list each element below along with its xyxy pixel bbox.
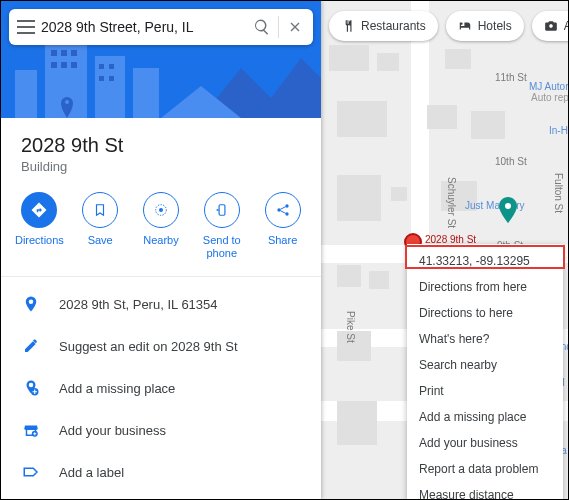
store-icon [21,420,41,440]
search-input[interactable] [41,19,246,35]
directions-icon [21,192,57,228]
svg-rect-9 [51,50,57,56]
place-title: 2028 9th St [21,134,301,157]
street-11th: 11th St [495,72,527,83]
svg-point-27 [285,212,288,215]
svg-rect-14 [71,62,77,68]
nearby-icon [143,192,179,228]
svg-rect-18 [109,76,114,81]
fork-knife-icon [341,19,355,33]
bookmark-icon [82,192,118,228]
svg-rect-17 [99,76,104,81]
ctx-measure[interactable]: Measure distance [407,482,563,500]
place-subtitle: Building [21,159,301,174]
context-menu: 41.33213, -89.13295 Directions from here… [407,244,563,500]
poi-inh[interactable]: In-H [549,125,568,136]
ctx-whats-here[interactable]: What's here? [407,326,563,352]
chip-attractions[interactable]: Attractions [532,11,569,41]
ctx-directions-to[interactable]: Directions to here [407,300,563,326]
chip-restaurants[interactable]: Restaurants [329,11,438,41]
label-icon [21,462,41,482]
svg-rect-5 [15,70,37,118]
detail-suggest-edit[interactable]: Suggest an edit on 2028 9th St [1,325,321,367]
svg-rect-13 [61,62,67,68]
svg-point-26 [285,204,288,207]
nearby-button[interactable]: Nearby [133,192,189,260]
street-schuyler: Schuyler St [446,177,457,228]
detail-add-label[interactable]: Add a label [1,451,321,493]
svg-rect-24 [219,204,225,215]
ctx-directions-from[interactable]: Directions from here [407,274,563,300]
svg-point-25 [277,208,280,211]
search-icon[interactable] [252,17,272,37]
svg-point-22 [159,208,163,212]
ctx-add-business[interactable]: Add your business [407,430,563,456]
ctx-coordinates[interactable]: 41.33213, -89.13295 [407,248,563,274]
share-button[interactable]: Share [255,192,311,260]
bed-icon [458,19,472,33]
svg-rect-16 [109,64,114,69]
svg-rect-4 [133,68,159,118]
save-button[interactable]: Save [72,192,128,260]
search-bar [9,9,313,45]
svg-rect-12 [51,62,57,68]
detail-add-business[interactable]: Add your business [1,409,321,451]
pencil-icon [21,336,41,356]
pin-icon [21,294,41,314]
send-to-phone-button[interactable]: Send to phone [194,192,250,260]
ctx-add-missing[interactable]: Add a missing place [407,404,563,430]
ctx-report[interactable]: Report a data problem [407,456,563,482]
street-pike: Pike St [345,311,356,343]
detail-address[interactable]: 2028 9th St, Peru, IL 61354 [1,283,321,325]
svg-rect-11 [71,50,77,56]
share-icon [265,192,301,228]
close-icon[interactable] [285,17,305,37]
side-panel: 2028 9th St Building Directions Save Nea… [1,1,321,499]
pin-plus-icon [21,378,41,398]
svg-rect-15 [99,64,104,69]
menu-button[interactable] [17,20,35,34]
camera-icon [544,19,558,33]
ctx-print[interactable]: Print [407,378,563,404]
map-pin-teal[interactable] [499,197,517,223]
detail-add-missing[interactable]: Add a missing place [1,367,321,409]
svg-point-19 [65,100,69,104]
street-fulton: Fulton St [553,173,564,213]
svg-rect-10 [61,50,67,56]
phone-icon [204,192,240,228]
svg-point-0 [505,203,511,209]
poi-mj[interactable]: MJ Autor [529,81,568,92]
directions-button[interactable]: Directions [11,192,67,260]
ctx-search-nearby[interactable]: Search nearby [407,352,563,378]
street-10th: 10th St [495,156,527,167]
poi-mj2: Auto repa [531,92,569,103]
chip-hotels[interactable]: Hotels [446,11,524,41]
